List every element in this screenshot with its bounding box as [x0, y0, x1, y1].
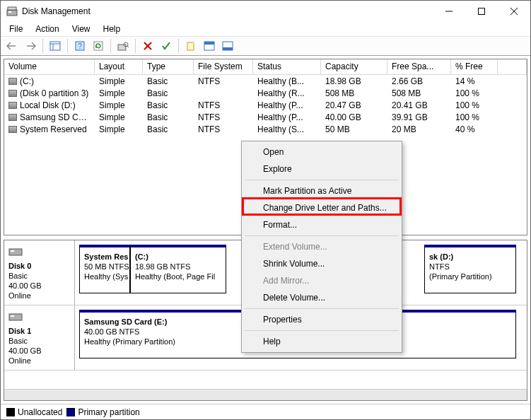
ctx-help[interactable]: Help	[243, 333, 400, 350]
svg-rect-25	[9, 314, 22, 320]
svg-line-15	[127, 46, 129, 47]
partition[interactable]: sk (D:)NTFS(Primary Partition)	[424, 245, 516, 293]
volume-icon	[8, 102, 17, 109]
list-top-icon[interactable]	[201, 38, 218, 54]
check-icon[interactable]	[158, 38, 175, 54]
col-freespace[interactable]: Free Spa...	[387, 59, 451, 74]
new-icon[interactable]	[182, 38, 199, 54]
svg-rect-2	[8, 7, 16, 10]
minimize-button[interactable]	[433, 1, 465, 22]
col-layout[interactable]: Layout	[95, 59, 143, 74]
col-pctfree[interactable]: % Free	[451, 59, 498, 74]
maximize-button[interactable]	[465, 1, 498, 22]
svg-rect-18	[187, 42, 194, 50]
partition[interactable]: System Res50 MB NTFSHealthy (Sys	[79, 245, 130, 293]
menubar: File Action View Help	[1, 22, 530, 36]
volume-icon	[8, 114, 17, 121]
forward-button[interactable]	[22, 38, 39, 54]
table-row[interactable]: System ReservedSimpleBasicNTFSHealthy (S…	[4, 123, 527, 135]
ctx-open[interactable]: Open	[243, 144, 400, 161]
toolbar: ?	[1, 36, 530, 56]
disk-info[interactable]: Disk 0Basic40.00 GBOnline	[4, 240, 75, 305]
svg-rect-1	[8, 11, 11, 13]
legend-bar: Unallocated Primary partition	[1, 404, 530, 419]
svg-rect-7	[50, 42, 60, 50]
svg-rect-20	[204, 42, 214, 45]
help-icon[interactable]: ?	[71, 38, 88, 54]
svg-text:?: ?	[78, 42, 82, 50]
col-volume[interactable]: Volume	[4, 59, 95, 74]
svg-rect-13	[118, 45, 126, 50]
legend-primary: Primary partition	[66, 407, 139, 417]
table-row[interactable]: (C:)SimpleBasicNTFSHealthy (B...18.98 GB…	[4, 75, 527, 87]
disk-icon	[8, 245, 23, 256]
volume-icon	[8, 90, 17, 97]
scrollbar[interactable]	[4, 389, 527, 400]
volume-icon	[8, 126, 17, 133]
svg-rect-26	[11, 315, 14, 317]
settings-icon[interactable]	[115, 38, 132, 54]
app-icon	[6, 6, 18, 17]
ctx-extend-volume: Extend Volume...	[243, 238, 400, 255]
window-title: Disk Management	[22, 6, 433, 16]
ctx-delete-volume[interactable]: Delete Volume...	[243, 289, 400, 306]
ctx-shrink-volume[interactable]: Shrink Volume...	[243, 255, 400, 272]
col-filesystem[interactable]: File System	[194, 59, 253, 74]
svg-rect-22	[223, 47, 233, 50]
disk-icon	[8, 310, 23, 321]
titlebar: Disk Management	[1, 1, 530, 22]
col-type[interactable]: Type	[143, 59, 194, 74]
svg-rect-12	[94, 42, 103, 50]
menu-file[interactable]: File	[4, 23, 28, 35]
context-menu: Open Explore Mark Partition as Active Ch…	[241, 141, 402, 353]
volume-icon	[8, 78, 17, 85]
menu-help[interactable]: Help	[98, 23, 127, 35]
table-row[interactable]: (Disk 0 partition 3)SimpleBasicHealthy (…	[4, 87, 527, 99]
ctx-explore[interactable]: Explore	[243, 161, 400, 177]
table-row[interactable]: Local Disk (D:)SimpleBasicNTFSHealthy (P…	[4, 99, 527, 111]
col-status[interactable]: Status	[253, 59, 321, 74]
column-headers: Volume Layout Type File System Status Ca…	[4, 59, 527, 75]
views-icon[interactable]	[47, 38, 64, 54]
menu-action[interactable]: Action	[30, 23, 64, 35]
svg-rect-4	[479, 8, 485, 15]
ctx-mark-active[interactable]: Mark Partition as Active	[243, 182, 400, 199]
list-bottom-icon[interactable]	[219, 38, 236, 54]
partition[interactable]: (C:)18.98 GB NTFSHealthy (Boot, Page Fil	[130, 245, 226, 293]
legend-unallocated: Unallocated	[6, 407, 62, 417]
ctx-properties[interactable]: Properties	[243, 311, 400, 328]
ctx-change-drive-letter[interactable]: Change Drive Letter and Paths...	[243, 199, 400, 216]
svg-rect-24	[11, 250, 14, 252]
col-capacity[interactable]: Capacity	[321, 59, 387, 74]
table-row[interactable]: Samsung SD Card ...SimpleBasicNTFSHealth…	[4, 111, 527, 123]
menu-view[interactable]: View	[66, 23, 96, 35]
disk-info[interactable]: Disk 1Basic40.00 GBOnline	[4, 305, 75, 370]
ctx-format[interactable]: Format...	[243, 216, 400, 233]
disk-management-window: Disk Management File Action View Help ?	[0, 0, 531, 420]
close-button[interactable]	[498, 1, 530, 22]
col-spacer	[498, 59, 527, 74]
refresh-icon[interactable]	[90, 38, 107, 54]
delete-icon[interactable]	[139, 38, 156, 54]
back-button[interactable]	[4, 38, 21, 54]
svg-rect-23	[9, 249, 22, 255]
ctx-add-mirror: Add Mirror...	[243, 272, 400, 289]
